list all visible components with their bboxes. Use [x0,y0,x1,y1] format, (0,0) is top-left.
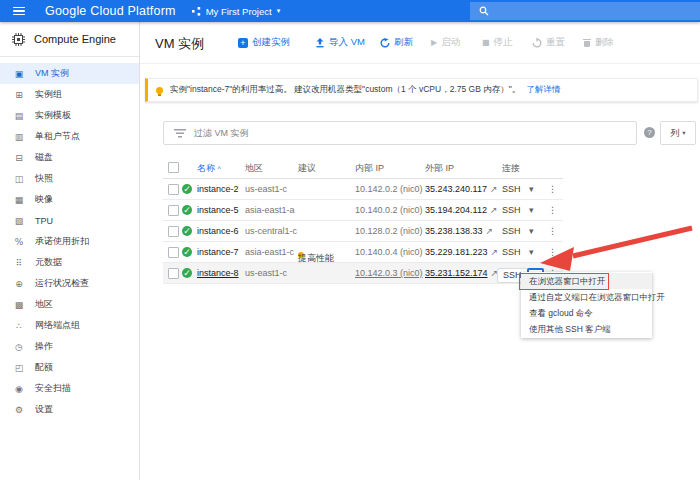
external-ip-cell[interactable]: 35.243.240.117↗ [425,184,497,194]
external-ip-cell[interactable]: 35.194.204.112↗ [425,205,497,215]
menu-item-open-in-browser-custom-port[interactable]: 通过自定义端口在浏览器窗口中打开 [521,289,652,305]
sidebar-item-health-checks[interactable]: ⊕ 运行状况检查 [0,273,139,294]
filter-input[interactable] [186,128,636,138]
status-running-icon: ✓ [182,184,192,194]
table-row-instance-5[interactable]: ✓ instance-5 asia-east1-a 10.140.0.2 (ni… [163,200,563,221]
refresh-button[interactable]: 刷新 [380,36,413,49]
instance-name-link[interactable]: instance-6 [197,226,239,236]
sidebar-item-security-scans[interactable]: ◉ 安全扫描 [0,378,139,399]
row-menu-icon[interactable]: ⋮ [548,205,557,215]
external-ip-cell[interactable]: 35.238.138.33↗ [425,226,493,236]
menu-item-open-in-browser[interactable]: 在浏览器窗口中打开 [521,273,652,289]
external-ip-cell[interactable]: 35.231.152.174↗ [425,268,498,278]
columns-button[interactable]: 列 ▾ [660,121,696,145]
sort-ascending-icon: ^ [218,165,221,172]
row-menu-icon[interactable]: ⋮ [548,226,557,236]
create-instance-button[interactable]: + 创建实例 [238,36,290,49]
snapshots-icon: ◫ [13,174,25,184]
sidebar-item-disks[interactable]: ⊟ 磁盘 [0,147,139,168]
ssh-button[interactable]: SSH [502,226,521,236]
delete-button[interactable]: 删除 [583,36,614,49]
sidebar-nav: ▣ VM 实例 ⊞ 实例组 ▤ 实例模板 ▥ 单租户节点 ⊟ 磁盘 ◫ 快照 ▦… [0,57,139,420]
sidebar-item-zones[interactable]: ▩ 地区 [0,294,139,315]
sidebar-item-settings[interactable]: ⚙ 设置 [0,399,139,420]
sidebar-item-vm-instances[interactable]: ▣ VM 实例 [0,63,139,84]
row-menu-icon[interactable]: ⋮ [548,184,557,194]
health-checks-icon: ⊕ [13,279,25,289]
sidebar-item-quotas[interactable]: ◰ 配额 [0,357,139,378]
row-checkbox[interactable] [168,247,179,258]
disks-icon: ⊟ [13,153,25,163]
sidebar-item-committed-use-discounts[interactable]: % 承诺使用折扣 [0,231,139,252]
instance-name-link[interactable]: instance-8 [197,268,239,278]
select-all-checkbox[interactable] [168,162,179,173]
chevron-down-icon: ▾ [277,7,281,15]
sidebar-item-instance-groups[interactable]: ⊞ 实例组 [0,84,139,105]
sidebar-item-instance-templates[interactable]: ▤ 实例模板 [0,105,139,126]
column-header-connect[interactable]: 连接 [502,162,520,175]
menu-icon[interactable] [13,7,25,16]
status-running-icon: ✓ [182,226,192,236]
reset-button[interactable]: 重置 [532,36,565,49]
menu-item-use-other-ssh-client[interactable]: 使用其他 SSH 客户端 [521,321,652,337]
trash-icon [583,38,591,47]
row-checkbox[interactable] [168,268,179,279]
gcp-logo[interactable]: Google Cloud Platform [45,4,176,18]
external-ip-cell[interactable]: 35.229.181.223↗ [425,247,498,257]
ssh-dropdown-caret[interactable]: ▾ [529,247,534,257]
ssh-button[interactable]: SSH [502,205,521,215]
start-button[interactable]: ▶ 启动 [431,36,460,49]
operations-icon: ◷ [13,342,25,352]
global-search-input[interactable] [489,6,700,16]
search-icon [479,6,489,16]
column-header-name[interactable]: 名称 ^ [197,162,221,175]
refresh-icon [380,38,390,48]
instance-name-link[interactable]: instance-7 [197,247,239,257]
global-search[interactable] [470,2,700,20]
filter-bar[interactable] [163,121,637,145]
ssh-button[interactable]: SSH [502,247,521,257]
ssh-dropdown-caret[interactable]: ▾ [529,184,534,194]
menu-item-view-gcloud-command[interactable]: 查看 gcloud 命令 [521,305,652,321]
recommendation-banner: 实例"instance-7"的利用率过高。 建议改用机器类型"custom（1 … [145,78,698,102]
help-icon[interactable]: ? [644,127,655,138]
row-checkbox[interactable] [168,205,179,216]
table-row-instance-8[interactable]: ✓ instance-8 us-east1-c 10.142.0.3 (nic0… [163,263,563,284]
sidebar-item-network-endpoint-groups[interactable]: ∴ 网络端点组 [0,315,139,336]
project-selector[interactable]: My First Project ▾ [192,6,281,17]
sidebar-item-sole-tenant-nodes[interactable]: ▥ 单租户节点 [0,126,139,147]
table-row-instance-2[interactable]: ✓ instance-2 us-east1-c 10.142.0.2 (nic0… [163,179,563,200]
sidebar-item-metadata[interactable]: ⠿ 元数据 [0,252,139,273]
table-row-instance-7[interactable]: ✓ instance-7 asia-east1-c 提高性能 10.140.0.… [163,242,563,263]
learn-more-link[interactable]: 了解详情 [526,84,560,96]
row-checkbox[interactable] [168,184,179,195]
sidebar-item-snapshots[interactable]: ◫ 快照 [0,168,139,189]
column-header-zone[interactable]: 地区 [245,162,263,175]
internal-ip-cell: 10.142.0.2 (nic0) [355,184,423,194]
internal-ip-cell: 10.140.0.4 (nic0) [355,247,423,257]
project-icon [192,7,201,16]
row-checkbox[interactable] [168,226,179,237]
zone-cell: us-central1-c [245,226,297,236]
internal-ip-cell: 10.142.0.3 (nic0) [355,268,423,278]
ssh-dropdown-caret[interactable]: ▾ [529,226,534,236]
network-endpoint-groups-icon: ∴ [13,321,25,331]
product-header[interactable]: Compute Engine [0,22,139,57]
instance-name-link[interactable]: instance-5 [197,205,239,215]
column-header-external-ip[interactable]: 外部 IP [425,162,454,175]
sidebar-item-operations[interactable]: ◷ 操作 [0,336,139,357]
column-header-internal-ip[interactable]: 内部 IP [355,162,384,175]
column-header-recommendation[interactable]: 建议 [298,162,316,175]
sidebar-item-tpus[interactable]: ▧ TPU [0,210,139,231]
zones-icon: ▩ [13,300,25,310]
import-vm-button[interactable]: 导入 VM [315,36,365,49]
project-name: My First Project [206,6,272,17]
ssh-button[interactable]: SSH [502,184,521,194]
row-menu-icon[interactable]: ⋮ [548,247,557,257]
filter-icon [174,129,186,138]
instance-name-link[interactable]: instance-2 [197,184,239,194]
sidebar-item-images[interactable]: ▦ 映像 [0,189,139,210]
table-row-instance-6[interactable]: ✓ instance-6 us-central1-c 10.128.0.2 (n… [163,221,563,242]
stop-button[interactable]: ■ 停止 [482,36,513,49]
ssh-dropdown-caret[interactable]: ▾ [529,205,534,215]
